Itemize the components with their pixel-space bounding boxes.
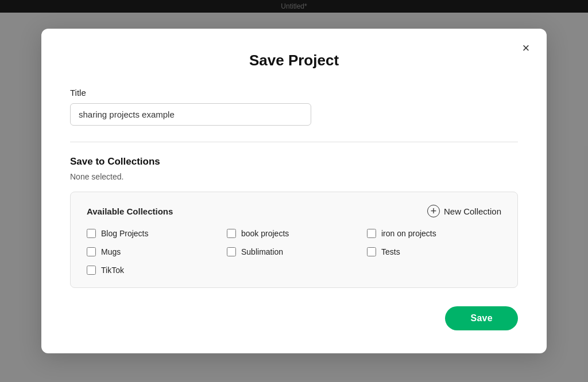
collection-checkbox-iron[interactable]	[367, 229, 376, 238]
collection-item-mugs[interactable]: Mugs	[87, 247, 221, 256]
save-button[interactable]: Save	[445, 306, 518, 330]
collection-label-tiktok: TikTok	[101, 266, 124, 275]
collection-label-sublimation: Sublimation	[241, 247, 283, 256]
new-collection-label: New Collection	[444, 206, 501, 216]
collection-item-book[interactable]: book projects	[227, 229, 361, 238]
collections-header: Available Collections + New Collection	[87, 205, 501, 217]
divider	[70, 142, 518, 142]
collections-section-label: Save to Collections	[70, 156, 518, 167]
collections-box: Available Collections + New Collection B…	[70, 192, 518, 288]
new-collection-button[interactable]: + New Collection	[427, 205, 501, 217]
collection-item-sublimation[interactable]: Sublimation	[227, 247, 361, 256]
modal-title: Save Project	[70, 52, 518, 69]
collection-label-iron: iron on projects	[381, 229, 436, 238]
available-collections-label: Available Collections	[87, 206, 173, 216]
none-selected-text: None selected.	[70, 172, 518, 181]
collection-checkbox-mugs[interactable]	[87, 247, 96, 256]
collection-item-tests[interactable]: Tests	[367, 247, 501, 256]
collection-checkbox-book[interactable]	[227, 229, 236, 238]
modal-overlay: × Save Project Title Save to Collections…	[0, 0, 588, 382]
title-field-label: Title	[70, 88, 518, 98]
collections-grid: Blog Projects book projects iron on proj…	[87, 229, 501, 275]
collection-checkbox-blog[interactable]	[87, 229, 96, 238]
collection-checkbox-sublimation[interactable]	[227, 247, 236, 256]
title-input[interactable]	[70, 103, 311, 126]
collection-checkbox-tests[interactable]	[367, 247, 376, 256]
plus-icon: +	[427, 205, 440, 217]
collection-label-blog: Blog Projects	[101, 229, 148, 238]
collection-item-tiktok[interactable]: TikTok	[87, 266, 221, 275]
collection-item-iron[interactable]: iron on projects	[367, 229, 501, 238]
save-project-modal: × Save Project Title Save to Collections…	[41, 29, 547, 353]
modal-footer: Save	[70, 306, 518, 330]
collection-label-tests: Tests	[381, 247, 400, 256]
collection-checkbox-tiktok[interactable]	[87, 266, 96, 275]
close-button[interactable]: ×	[517, 39, 535, 57]
collection-item-blog[interactable]: Blog Projects	[87, 229, 221, 238]
collection-label-book: book projects	[241, 229, 289, 238]
collection-label-mugs: Mugs	[101, 247, 121, 256]
